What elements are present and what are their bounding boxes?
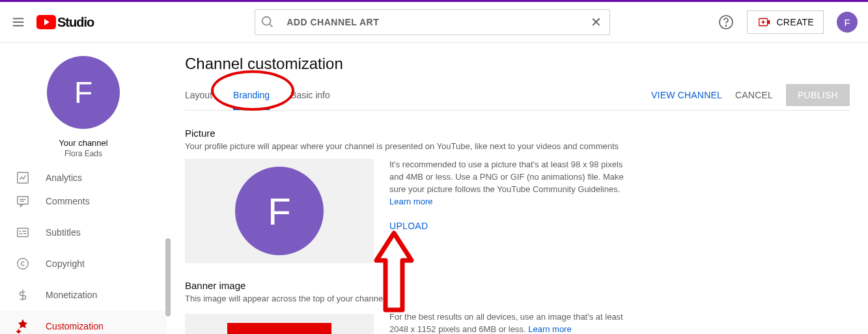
comments-icon <box>16 194 30 208</box>
svg-line-4 <box>270 24 273 27</box>
clear-search-icon[interactable]: ✕ <box>588 14 604 30</box>
sidebar-item-copyright[interactable]: Copyright <box>0 248 167 279</box>
subtitles-icon <box>16 225 30 240</box>
banner-desc: This image will appear across the top of… <box>185 294 850 303</box>
sidebar-item-label: Analytics <box>46 173 82 183</box>
main-content: Channel customization Layout Branding Ba… <box>167 43 868 334</box>
sidebar-item-analytics[interactable]: Analytics <box>0 170 167 186</box>
annotation-rect <box>227 323 331 334</box>
hamburger-menu-icon[interactable] <box>10 14 26 30</box>
monetization-icon <box>16 288 30 302</box>
tab-branding[interactable]: Branding <box>233 79 270 110</box>
sidebar-item-comments[interactable]: Comments <box>0 186 167 217</box>
sidebar-item-subtitles[interactable]: Subtitles <box>0 217 167 248</box>
banner-learn-more-link[interactable]: Learn more <box>528 324 571 334</box>
sidebar-item-label: Comments <box>46 196 90 206</box>
copyright-icon <box>16 257 30 271</box>
your-channel-label: Your channel <box>0 138 167 148</box>
picture-preview: F <box>185 159 374 263</box>
publish-button: PUBLISH <box>786 84 850 106</box>
tab-basic-info[interactable]: Basic info <box>290 79 330 110</box>
banner-info-text: For the best results on all devices, use… <box>389 312 623 334</box>
sidebar-item-customization[interactable]: Customization <box>0 311 167 334</box>
view-channel-link[interactable]: VIEW CHANNEL <box>651 90 722 100</box>
banner-heading: Banner image <box>185 280 850 291</box>
picture-preview-avatar: F <box>235 167 324 255</box>
create-icon <box>757 15 771 29</box>
customization-icon <box>16 319 30 333</box>
svg-point-6 <box>726 25 727 26</box>
search-icon <box>260 15 275 29</box>
help-icon[interactable] <box>718 14 734 30</box>
upload-picture-link[interactable]: UPLOAD <box>389 219 624 232</box>
sidebar-item-label: Subtitles <box>46 227 81 238</box>
account-avatar[interactable]: F <box>837 12 858 33</box>
search-input[interactable] <box>275 17 588 27</box>
picture-info-text: It's recommended to use a picture that's… <box>389 160 624 194</box>
analytics-icon <box>16 171 30 185</box>
youtube-studio-logo[interactable]: Studio <box>36 15 94 30</box>
cancel-button[interactable]: CANCEL <box>735 90 773 100</box>
svg-point-19 <box>18 258 29 270</box>
create-button[interactable]: CREATE <box>747 10 824 34</box>
banner-preview <box>185 314 374 334</box>
logo-text: Studio <box>57 15 94 30</box>
channel-avatar[interactable]: F <box>47 56 120 129</box>
search-bar[interactable]: ✕ <box>255 9 610 35</box>
tab-layout[interactable]: Layout <box>185 79 212 110</box>
svg-rect-14 <box>18 229 29 237</box>
channel-name: Flora Eads <box>0 149 167 158</box>
youtube-play-icon <box>36 15 56 29</box>
picture-desc: Your profile picture will appear where y… <box>185 141 850 151</box>
sidebar: F Your channel Flora Eads Analytics Comm… <box>0 43 167 334</box>
picture-learn-more-link[interactable]: Learn more <box>389 197 432 206</box>
svg-rect-11 <box>18 197 29 204</box>
sidebar-item-monetization[interactable]: Monetization <box>0 279 167 311</box>
svg-point-3 <box>262 17 271 25</box>
sidebar-item-label: Customization <box>46 321 104 331</box>
sidebar-item-label: Copyright <box>46 258 85 269</box>
header-bar: Studio ✕ CREATE F <box>0 2 868 43</box>
picture-heading: Picture <box>185 128 850 139</box>
create-label: CREATE <box>776 17 814 27</box>
page-title: Channel customization <box>185 55 850 73</box>
sidebar-item-label: Monetization <box>46 290 97 300</box>
